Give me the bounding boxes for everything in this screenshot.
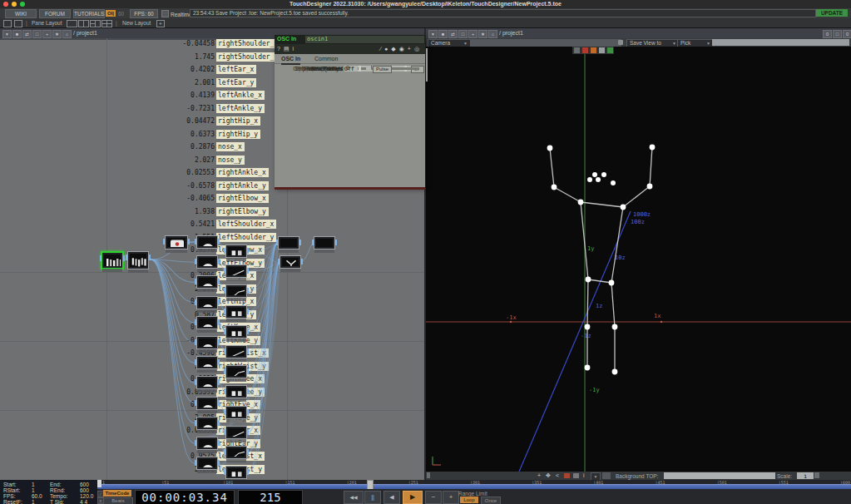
input-connector[interactable] — [224, 429, 225, 435]
camera-icon[interactable] — [574, 47, 580, 53]
operator-node-blob[interactable] — [196, 316, 218, 329]
input-connector[interactable] — [195, 279, 196, 284]
output-connector[interactable] — [218, 239, 220, 245]
top-thumbnail-icon[interactable] — [602, 472, 611, 479]
input-connector[interactable] — [224, 449, 225, 455]
layout-split-icon[interactable] — [78, 20, 89, 27]
lock-icon[interactable] — [618, 40, 623, 45]
scale-field[interactable] — [797, 472, 814, 479]
parameter-dialog[interactable]: OSC In oscin1 ?▤i ∕●◆◉+◎ OSC In Common A… — [275, 35, 425, 187]
input-connector[interactable] — [224, 388, 225, 394]
output-connector[interactable] — [218, 379, 220, 385]
layout-single-icon[interactable] — [67, 20, 77, 27]
scale-step-icon[interactable] — [814, 472, 819, 478]
input-connector[interactable] — [224, 469, 225, 475]
pane-header-button-6[interactable]: ⌂ — [488, 30, 497, 38]
input-connector[interactable] — [163, 239, 165, 245]
operator-node-curve[interactable] — [225, 446, 247, 459]
maximize-pane-icon[interactable] — [3, 20, 12, 27]
pane-header-button-6[interactable]: ⌂ — [62, 30, 72, 38]
beats-mode-button[interactable]: Beats — [103, 497, 133, 504]
pane-header-button-1[interactable]: ■ — [12, 30, 22, 38]
output-connector[interactable] — [218, 299, 220, 305]
light-icon[interactable] — [582, 47, 588, 53]
operator-node-diag[interactable] — [225, 264, 247, 278]
output-connector[interactable] — [247, 329, 249, 334]
input-connector[interactable] — [195, 460, 196, 466]
forum-button[interactable]: FORUM — [39, 9, 71, 18]
compare-icon[interactable]: < — [556, 472, 559, 478]
operator-node-blob[interactable] — [196, 356, 218, 369]
geometry-icon[interactable] — [591, 47, 596, 53]
perform-mode-badge[interactable]: OI| — [106, 10, 116, 17]
operator-node-blob[interactable] — [196, 417, 218, 430]
operator-node-diag[interactable] — [225, 426, 247, 439]
output-connector[interactable] — [218, 400, 220, 406]
update-button[interactable]: UPDATE — [816, 9, 848, 17]
operator-node-blob[interactable] — [196, 437, 218, 450]
layout-quad-icon[interactable] — [101, 20, 112, 27]
output-connector[interactable] — [335, 240, 337, 245]
operator-node-diag[interactable] — [225, 345, 247, 358]
pause-button[interactable]: || — [364, 491, 381, 504]
output-connector[interactable] — [218, 339, 220, 345]
operator-node-blob[interactable] — [196, 457, 218, 470]
play-button[interactable]: ▶ — [403, 491, 423, 504]
operator-name-field[interactable]: oscin1 — [305, 36, 424, 43]
range-start-handle[interactable] — [97, 480, 101, 487]
dialog-toolbar-icon[interactable]: ▤ — [284, 46, 289, 52]
output-connector[interactable] — [149, 254, 151, 260]
minimize-traffic-light[interactable] — [12, 2, 17, 7]
pane-scroll-handle[interactable] — [427, 472, 430, 478]
input-connector[interactable] — [224, 409, 225, 415]
add-layout-button[interactable]: + — [156, 20, 165, 27]
input-connector[interactable] — [224, 248, 225, 254]
input-connector[interactable] — [100, 255, 101, 261]
pane-corner-button-2[interactable]: 0 — [843, 30, 851, 38]
operator-node-chopbars[interactable] — [101, 251, 124, 269]
add-icon[interactable]: + — [537, 472, 541, 478]
right-pane-breadcrumb[interactable]: / project1 — [499, 30, 523, 36]
pane-header-button-0[interactable]: ▾ — [428, 30, 438, 38]
input-connector[interactable] — [195, 400, 196, 406]
operator-node-dark[interactable] — [278, 236, 299, 250]
operator-node-blob[interactable] — [196, 255, 218, 269]
pane-header-button-0[interactable]: ▾ — [2, 30, 12, 38]
input-connector[interactable] — [195, 379, 196, 385]
input-connector[interactable] — [195, 339, 196, 345]
input-connector[interactable] — [224, 348, 225, 354]
pane-header-button-3[interactable]: □ — [458, 30, 468, 38]
add-icon[interactable] — [607, 47, 613, 53]
dialog-toolbar-icon[interactable]: ● — [384, 46, 388, 52]
pane-header-button-3[interactable]: □ — [32, 30, 42, 38]
operator-node-curve[interactable] — [225, 365, 247, 378]
operator-node-blob[interactable] — [196, 296, 218, 309]
pane-header-button-4[interactable]: + — [468, 30, 477, 38]
input-connector[interactable] — [276, 240, 278, 245]
pane-corner-button-1[interactable]: □ — [833, 30, 842, 38]
output-connector[interactable] — [123, 255, 125, 261]
pick-path-field[interactable] — [712, 39, 849, 46]
viewport-scrollbar[interactable] — [426, 48, 428, 82]
mute-icon[interactable] — [564, 473, 570, 478]
dialog-toolbar-icon[interactable]: ◆ — [391, 46, 395, 52]
operator-node-blob[interactable] — [196, 397, 218, 410]
geometry-viewport[interactable]: -1x1x1000z100z10z1z-1z1y-1y — [426, 47, 851, 472]
output-connector[interactable] — [218, 359, 220, 365]
output-connector[interactable] — [188, 239, 190, 245]
operator-node-dark[interactable] — [314, 236, 335, 250]
output-connector[interactable] — [247, 388, 249, 394]
pane-header-button-1[interactable]: ■ — [438, 30, 448, 38]
increment-frame-button[interactable]: + — [443, 491, 459, 504]
output-connector[interactable] — [247, 449, 249, 455]
once-button[interactable]: Once — [481, 497, 501, 504]
input-connector[interactable] — [278, 259, 280, 264]
decrement-frame-button[interactable]: − — [425, 491, 442, 504]
output-connector[interactable] — [218, 259, 220, 264]
input-connector[interactable] — [224, 288, 225, 294]
background-top-field[interactable] — [664, 472, 775, 479]
pulse-button[interactable]: Pulse — [373, 66, 392, 73]
input-connector[interactable] — [195, 259, 196, 264]
input-connector[interactable] — [224, 368, 225, 374]
input-connector[interactable] — [195, 239, 196, 245]
